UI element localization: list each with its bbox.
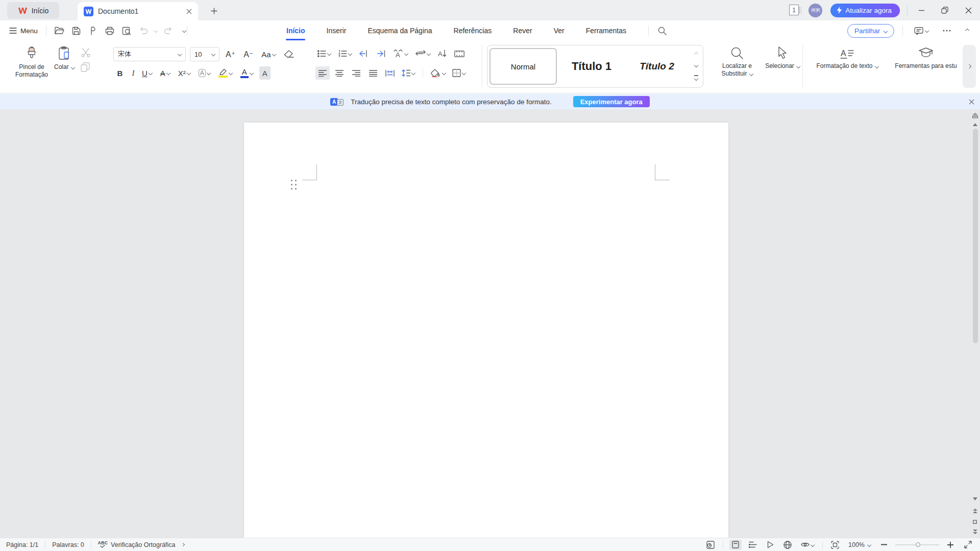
restore-button[interactable]	[933, 0, 957, 20]
web-layout-button[interactable]	[781, 540, 794, 550]
task-history-button[interactable]	[704, 540, 717, 550]
numbering-button[interactable]	[336, 47, 354, 60]
collapse-ribbon-button[interactable]	[960, 25, 975, 37]
print-preview-button[interactable]	[120, 24, 133, 37]
font-size-combo[interactable]: 10	[190, 47, 219, 61]
print-button[interactable]	[104, 24, 116, 37]
format-painter-button[interactable]: Pincel de Formatação	[15, 46, 48, 79]
decrease-font-button[interactable]: A⁻	[241, 47, 255, 61]
tab-inserir[interactable]: Inserir	[316, 20, 357, 41]
font-color-button[interactable]: A	[238, 66, 255, 80]
zoom-in-button[interactable]	[944, 540, 957, 550]
close-window-button[interactable]	[957, 0, 980, 20]
line-spacing-button[interactable]	[400, 66, 417, 80]
tab-esquema-da-pagina[interactable]: Esquema da Página	[357, 20, 443, 41]
window-count-badge[interactable]: 1	[789, 5, 801, 16]
char-shading-button[interactable]: A	[259, 66, 271, 80]
style-titulo-2[interactable]: Título 2	[624, 45, 690, 87]
word-count[interactable]: Palavras: 0	[52, 541, 84, 548]
bold-button[interactable]: B	[113, 66, 127, 80]
text-direction-button[interactable]	[413, 47, 432, 60]
tab-ferramentas[interactable]: Ferramentas	[575, 20, 637, 41]
highlight-button[interactable]	[216, 66, 234, 80]
cut-icon[interactable]	[81, 48, 91, 57]
align-center-button[interactable]	[332, 66, 347, 80]
export-pdf-button[interactable]	[87, 24, 99, 37]
align-right-button[interactable]	[349, 66, 363, 80]
document-page[interactable]	[244, 123, 728, 538]
scroll-down-button[interactable]	[971, 495, 979, 503]
tab-inicio[interactable]: Início	[276, 20, 316, 41]
tab-rever[interactable]: Rever	[502, 20, 543, 41]
comments-button[interactable]	[914, 25, 929, 37]
zoom-out-button[interactable]	[878, 540, 890, 550]
distribute-button[interactable]	[383, 66, 397, 80]
zoom-level-button[interactable]: 100%	[846, 540, 873, 550]
styles-more-button[interactable]	[694, 75, 698, 80]
superscript-button[interactable]: X²	[176, 66, 192, 80]
sort-button[interactable]: A	[436, 47, 449, 60]
select-browse-object-button[interactable]	[971, 518, 979, 526]
justify-button[interactable]	[366, 66, 380, 80]
tab-ver[interactable]: Ver	[543, 20, 575, 41]
underline-button[interactable]: U	[140, 66, 154, 80]
user-avatar[interactable]: 烤粥	[808, 4, 822, 17]
tab-referencias[interactable]: Referências	[443, 20, 503, 41]
align-left-button[interactable]	[315, 66, 330, 80]
customize-toolbar-chevron[interactable]	[182, 29, 186, 33]
borders-button[interactable]	[450, 66, 468, 80]
zoom-slider-knob[interactable]	[916, 542, 920, 547]
notification-close-button[interactable]	[967, 97, 976, 106]
save-button[interactable]	[70, 24, 82, 37]
bullets-button[interactable]	[315, 47, 333, 60]
increase-indent-button[interactable]	[374, 47, 387, 60]
spellcheck-expand-chevron[interactable]	[181, 543, 185, 546]
increase-font-button[interactable]: A⁺	[224, 47, 237, 61]
text-format-button[interactable]: A Formatação de texto	[808, 46, 886, 70]
ribbon-scroll-right-button[interactable]	[963, 45, 976, 88]
more-options-button[interactable]	[939, 25, 954, 37]
menu-button[interactable]: Menu	[9, 27, 38, 35]
redo-button[interactable]	[162, 24, 174, 37]
styles-scroll-up[interactable]	[694, 52, 698, 56]
scroll-up-button[interactable]	[971, 121, 979, 129]
fullscreen-button[interactable]	[962, 540, 974, 550]
decrease-indent-button[interactable]	[357, 47, 371, 60]
page-view-button[interactable]	[729, 540, 742, 550]
copy-icon[interactable]	[81, 62, 90, 72]
undo-button[interactable]	[137, 24, 150, 37]
vertical-scrollbar-thumb[interactable]	[973, 129, 978, 343]
clear-formatting-button[interactable]	[282, 47, 296, 61]
zoom-slider[interactable]	[895, 544, 939, 545]
find-replace-button[interactable]: Localizar e Substituir	[714, 46, 761, 78]
search-button[interactable]	[655, 24, 669, 37]
style-normal[interactable]: Normal	[489, 48, 557, 85]
try-now-button[interactable]: Experimentar agora	[573, 96, 650, 107]
close-tab-icon[interactable]	[186, 9, 192, 14]
spellcheck-label[interactable]: Verificação Ortográfica	[111, 541, 175, 548]
previous-page-button[interactable]	[971, 507, 979, 515]
strikethrough-button[interactable]: A	[158, 66, 172, 80]
shading-button[interactable]	[429, 66, 448, 80]
update-now-button[interactable]: Atualizar agora	[830, 4, 900, 17]
font-name-combo[interactable]: 宋体	[113, 47, 186, 61]
document-tab[interactable]: Documento1	[78, 2, 198, 20]
new-tab-button[interactable]	[207, 4, 220, 17]
page-indicator[interactable]: Página: 1/1	[6, 541, 38, 548]
next-page-button[interactable]	[971, 528, 979, 536]
italic-button[interactable]: I	[127, 66, 140, 80]
home-tab[interactable]: Início	[7, 2, 59, 19]
ruler-toggle-button[interactable]	[971, 111, 979, 119]
undo-dropdown-chevron[interactable]	[154, 29, 158, 33]
share-button[interactable]: Partilhar	[847, 24, 894, 38]
paragraph-drag-handle[interactable]	[291, 180, 298, 192]
minimize-button[interactable]	[910, 0, 933, 20]
char-spacing-button[interactable]: A	[391, 47, 410, 60]
eye-protection-button[interactable]	[799, 540, 816, 550]
open-button[interactable]	[53, 24, 65, 37]
study-tools-button[interactable]: Ferramentas para estu	[888, 46, 964, 70]
select-button[interactable]: Selecionar	[761, 46, 804, 70]
text-effects-button[interactable]: A	[197, 66, 212, 80]
play-presentation-button[interactable]	[764, 540, 776, 550]
style-titulo-1[interactable]: Título 1	[559, 45, 624, 87]
